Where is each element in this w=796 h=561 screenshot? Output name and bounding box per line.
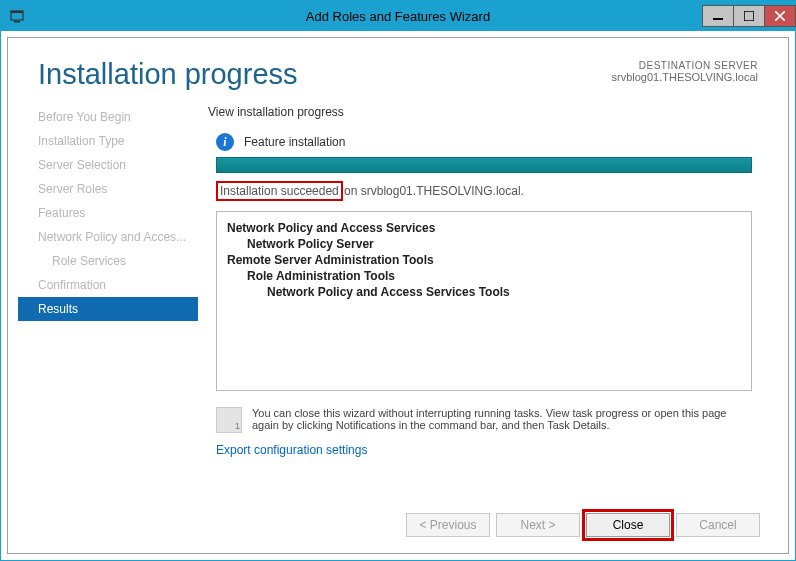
- destination-label: DESTINATION SERVER: [611, 60, 758, 71]
- page-title: Installation progress: [38, 58, 611, 91]
- subheading: View installation progress: [208, 105, 760, 119]
- notice: 1 You can close this wizard without inte…: [216, 407, 752, 433]
- feature-list[interactable]: Network Policy and Access Services Netwo…: [216, 211, 752, 391]
- main-panel: View installation progress i Feature ins…: [198, 95, 778, 501]
- flag-icon: 1: [216, 407, 242, 433]
- info-icon: i: [216, 133, 234, 151]
- window-title: Add Roles and Features Wizard: [306, 9, 490, 24]
- sidebar-item-1: Installation Type: [18, 129, 198, 153]
- sidebar-item-6: Role Services: [18, 249, 198, 273]
- sidebar-item-7: Confirmation: [18, 273, 198, 297]
- window-frame: Add Roles and Features Wizard Installati…: [0, 0, 796, 561]
- success-suffix: on srvblog01.THESOLVING.local.: [341, 184, 524, 198]
- result-line: Installation succeeded on srvblog01.THES…: [216, 181, 752, 201]
- maximize-button[interactable]: [733, 5, 765, 27]
- close-button[interactable]: Close: [586, 513, 670, 537]
- feature-group: Remote Server Administration Tools: [227, 252, 741, 268]
- progress-bar: [216, 157, 752, 173]
- svg-rect-4: [744, 11, 754, 21]
- close-window-button[interactable]: [764, 5, 796, 27]
- sidebar-item-8[interactable]: Results: [18, 297, 198, 321]
- notice-text: You can close this wizard without interr…: [252, 407, 752, 431]
- destination-value: srvblog01.THESOLVING.local: [611, 71, 758, 83]
- sidebar-item-2: Server Selection: [18, 153, 198, 177]
- svg-rect-1: [11, 11, 23, 13]
- app-icon: [9, 7, 27, 25]
- feature-group: Network Policy and Access Services: [227, 220, 741, 236]
- wizard-frame: Installation progress DESTINATION SERVER…: [7, 37, 789, 554]
- footer: < Previous Next > Close Cancel: [8, 501, 788, 553]
- feature-item: Role Administration Tools: [227, 268, 741, 284]
- svg-rect-3: [713, 18, 723, 20]
- feature-item: Network Policy Server: [227, 236, 741, 252]
- sidebar-item-0: Before You Begin: [18, 105, 198, 129]
- next-button: Next >: [496, 513, 580, 537]
- sidebar-item-5: Network Policy and Acces...: [18, 225, 198, 249]
- success-highlight: Installation succeeded: [216, 181, 343, 201]
- feature-subitem: Network Policy and Access Services Tools: [227, 284, 741, 300]
- sidebar-item-4: Features: [18, 201, 198, 225]
- svg-rect-2: [14, 21, 20, 23]
- minimize-button[interactable]: [702, 5, 734, 27]
- export-link[interactable]: Export configuration settings: [216, 443, 752, 457]
- destination-info: DESTINATION SERVER srvblog01.THESOLVING.…: [611, 60, 758, 83]
- previous-button: < Previous: [406, 513, 490, 537]
- status-text: Feature installation: [244, 135, 345, 149]
- sidebar: Before You BeginInstallation TypeServer …: [18, 95, 198, 501]
- cancel-button: Cancel: [676, 513, 760, 537]
- titlebar[interactable]: Add Roles and Features Wizard: [1, 1, 795, 31]
- sidebar-item-3: Server Roles: [18, 177, 198, 201]
